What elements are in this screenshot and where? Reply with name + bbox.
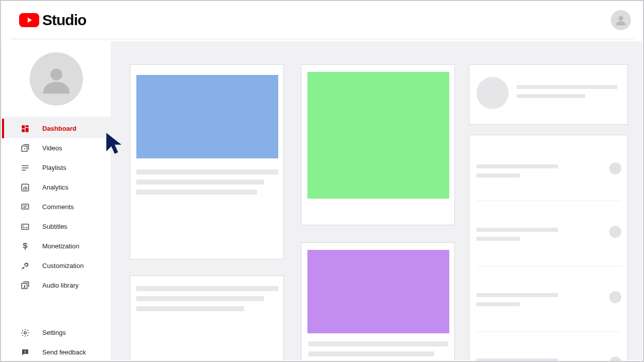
placeholder-lines bbox=[476, 293, 567, 311]
video-thumbnail-placeholder bbox=[136, 75, 278, 158]
divider bbox=[476, 266, 621, 266]
dot-icon bbox=[609, 291, 621, 303]
feedback-icon bbox=[20, 347, 30, 357]
svg-point-0 bbox=[618, 16, 623, 20]
studio-wordmark: Studio bbox=[42, 12, 86, 29]
customization-icon bbox=[20, 261, 30, 271]
videos-icon bbox=[20, 143, 30, 153]
svg-rect-4 bbox=[26, 128, 29, 132]
monetization-icon bbox=[20, 241, 30, 251]
svg-rect-14 bbox=[22, 204, 29, 209]
header: Studio bbox=[10, 1, 634, 39]
list-item[interactable] bbox=[476, 276, 621, 331]
channel-avatar bbox=[30, 52, 83, 106]
svg-point-21 bbox=[27, 263, 28, 264]
sidebar-item-label: Customization bbox=[42, 262, 84, 269]
dashboard-card-activity-list[interactable] bbox=[469, 135, 628, 362]
sidebar-item-comments[interactable]: Comments bbox=[2, 197, 111, 217]
placeholder-lines bbox=[136, 286, 278, 316]
sidebar-item-label: Analytics bbox=[42, 184, 68, 191]
divider bbox=[476, 201, 621, 201]
playlists-icon bbox=[20, 163, 30, 173]
sidebar-item-subtitles[interactable]: Subtitles bbox=[2, 217, 111, 236]
sidebar-item-label: Audio library bbox=[42, 282, 78, 289]
svg-rect-13 bbox=[26, 187, 27, 190]
divider bbox=[476, 331, 621, 332]
news-thumbnail-placeholder bbox=[307, 250, 449, 333]
placeholder-lines bbox=[308, 341, 448, 362]
channel-avatar-block[interactable] bbox=[2, 41, 111, 117]
svg-rect-27 bbox=[25, 352, 26, 353]
placeholder-lines bbox=[476, 358, 567, 362]
svg-rect-3 bbox=[26, 125, 29, 127]
svg-point-24 bbox=[24, 286, 25, 288]
list-item[interactable] bbox=[476, 341, 621, 362]
sidebar-item-customization[interactable]: Customization bbox=[2, 256, 111, 276]
sidebar-item-label: Monetization bbox=[42, 242, 79, 250]
sidebar-item-settings[interactable]: Settings bbox=[2, 323, 111, 342]
svg-rect-12 bbox=[25, 186, 26, 190]
placeholder-lines bbox=[517, 85, 617, 103]
list-item[interactable] bbox=[476, 147, 621, 203]
dashboard-card-feature[interactable] bbox=[301, 64, 455, 225]
svg-point-1 bbox=[50, 69, 62, 80]
svg-rect-17 bbox=[22, 224, 29, 229]
placeholder-lines bbox=[136, 169, 278, 200]
sidebar-item-label: Settings bbox=[42, 329, 66, 336]
svg-rect-11 bbox=[23, 188, 24, 190]
sidebar-item-label: Playlists bbox=[42, 164, 66, 171]
analytics-icon bbox=[20, 183, 30, 193]
comments-icon bbox=[20, 202, 30, 212]
sidebar-item-monetization[interactable]: Monetization bbox=[2, 236, 111, 256]
sidebar-item-label: Dashboard bbox=[42, 125, 76, 132]
sidebar-item-videos[interactable]: Videos bbox=[2, 138, 111, 158]
sidebar-item-send-feedback[interactable]: Send feedback bbox=[2, 342, 111, 362]
dot-icon bbox=[609, 162, 621, 174]
subtitles-icon bbox=[20, 222, 30, 232]
dashboard-card-channel-summary[interactable] bbox=[469, 64, 628, 125]
placeholder-lines bbox=[476, 228, 567, 246]
placeholder-lines bbox=[476, 164, 567, 183]
studio-logo[interactable]: Studio bbox=[19, 12, 86, 29]
dot-icon bbox=[609, 226, 621, 238]
channel-avatar-small bbox=[476, 77, 509, 109]
youtube-play-icon bbox=[19, 13, 39, 27]
person-icon bbox=[39, 61, 74, 97]
sidebar-item-label: Subtitles bbox=[42, 223, 67, 230]
sidebar-item-dashboard[interactable]: Dashboard bbox=[2, 119, 111, 138]
list-item[interactable] bbox=[476, 211, 621, 266]
person-icon bbox=[614, 13, 628, 27]
svg-rect-5 bbox=[22, 129, 25, 132]
sidebar-nav: Dashboard Videos Playlists Analytics bbox=[2, 119, 111, 295]
sidebar-item-audio-library[interactable]: Audio library bbox=[2, 276, 111, 295]
settings-icon bbox=[20, 328, 30, 338]
sidebar-item-label: Send feedback bbox=[42, 348, 86, 356]
dashboard-card-text[interactable] bbox=[130, 276, 284, 362]
feature-thumbnail-placeholder bbox=[307, 72, 449, 199]
account-avatar-button[interactable] bbox=[611, 10, 631, 30]
dashboard-card-latest-video[interactable] bbox=[130, 64, 284, 259]
svg-rect-2 bbox=[22, 125, 25, 128]
dot-icon bbox=[609, 356, 621, 362]
sidebar-item-playlists[interactable]: Playlists bbox=[2, 158, 111, 177]
dashboard-content bbox=[111, 41, 642, 360]
sidebar-item-label: Videos bbox=[42, 144, 62, 152]
audio-library-icon bbox=[20, 281, 30, 291]
svg-point-25 bbox=[24, 331, 27, 334]
sidebar: Dashboard Videos Playlists Analytics bbox=[2, 41, 111, 360]
svg-point-22 bbox=[23, 267, 24, 268]
dashboard-icon bbox=[20, 124, 30, 134]
svg-rect-26 bbox=[25, 350, 26, 352]
dashboard-card-news[interactable] bbox=[301, 242, 455, 362]
sidebar-item-analytics[interactable]: Analytics bbox=[2, 177, 111, 197]
sidebar-item-label: Comments bbox=[42, 203, 74, 211]
sidebar-bottom: Settings Send feedback bbox=[2, 323, 111, 362]
